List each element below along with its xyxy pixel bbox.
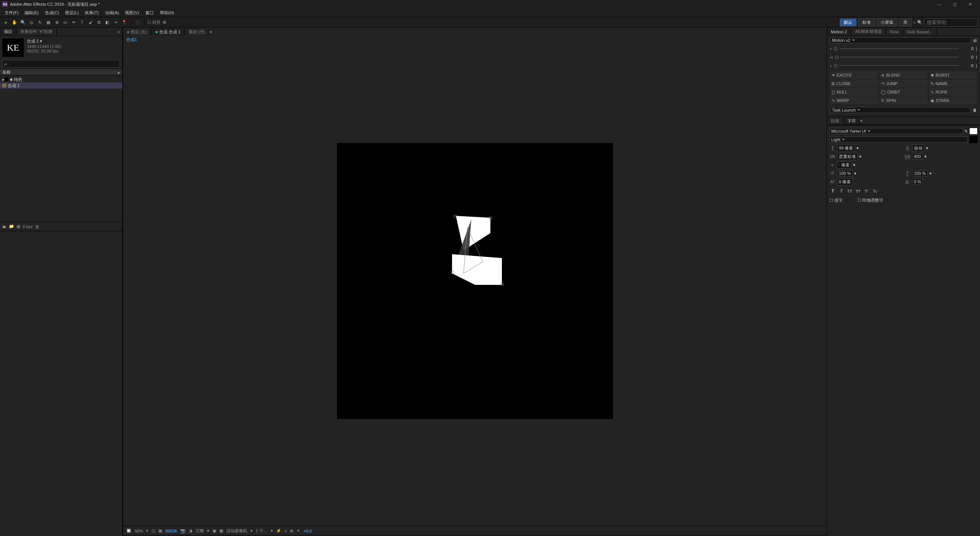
camera-dropdown[interactable]: 活动摄像机 — [226, 528, 247, 534]
menu-anim[interactable]: 动画(A) — [102, 9, 122, 16]
motion-radio-2[interactable] — [835, 56, 839, 59]
menu-edit[interactable]: 编辑(E) — [21, 9, 42, 16]
menu-help[interactable]: 帮助(H) — [157, 9, 177, 16]
subscript-button[interactable]: T₁ — [871, 187, 878, 194]
new-folder-icon[interactable]: 📁 — [9, 224, 14, 229]
motion-slider-3[interactable] — [840, 65, 959, 66]
close-button[interactable]: ✕ — [962, 0, 978, 8]
motion-radio-3[interactable] — [834, 64, 837, 67]
menu-layer[interactable]: 图层(L) — [62, 9, 82, 16]
selection-tool-icon[interactable]: ▸ — [2, 18, 10, 26]
hindi-digits-checkbox[interactable]: ☐ 印地语数字 — [857, 197, 883, 203]
menu-file[interactable]: 文件(F) — [2, 9, 21, 16]
tab-duik[interactable]: Duik Bassel... — [903, 29, 937, 35]
snap-checkbox[interactable]: ☐ 对齐 — [147, 20, 161, 25]
timeline-icon[interactable]: ≡ — [284, 529, 287, 533]
eraser-tool-icon[interactable]: ◧ — [104, 18, 111, 26]
anchor-tool-icon[interactable]: ⊕ — [53, 18, 61, 26]
eyedropper-icon[interactable]: ✎ — [964, 129, 968, 134]
flowchart-icon[interactable]: ⊞ — [290, 528, 293, 533]
tab-project[interactable]: 项目 — [0, 28, 16, 35]
motion-stare[interactable]: ◉ STARE — [929, 97, 977, 104]
motion-rope[interactable]: ∿ ROPE — [929, 88, 977, 96]
roi-icon[interactable]: ▣ — [212, 528, 216, 533]
font-family-dropdown[interactable]: Microsoft YaHei UI — [829, 128, 963, 134]
motion-orbit[interactable]: ◯ ORBIT — [880, 88, 927, 96]
vscale[interactable]: 100 % — [837, 170, 853, 176]
zoom-dropdown[interactable]: 50% — [135, 529, 143, 533]
zoom-tool-icon[interactable]: 🔍 — [19, 18, 27, 26]
motion-jump[interactable]: ↷ JUMP — [880, 80, 927, 87]
tab-effect-controls[interactable]: 效果控件 "K"轮廓 — [16, 28, 57, 35]
views-dropdown[interactable]: 1 个… — [256, 528, 268, 534]
motion-warp[interactable]: ∿ WARP — [830, 97, 878, 104]
trash-icon[interactable]: 🗑 — [973, 108, 977, 112]
grid-icon[interactable]: ▦ — [158, 528, 162, 533]
tab-layer-none[interactable]: ■ 图层 (无) — [123, 28, 151, 36]
tab-motion2[interactable]: Motion 2 — [827, 29, 851, 35]
snap-menu-icon[interactable]: ⚙ — [161, 18, 168, 26]
hscale[interactable]: 100 % — [912, 170, 928, 176]
brush-tool-icon[interactable]: 🖌 — [87, 18, 94, 26]
workspace-lib[interactable]: 库 — [899, 18, 912, 26]
roto-tool-icon[interactable]: ✂ — [112, 18, 120, 26]
channel-icon[interactable]: ◑ — [189, 528, 192, 533]
font-weight-dropdown[interactable]: Light — [829, 136, 968, 143]
tsume[interactable]: 0 % — [912, 179, 923, 185]
panel-menu-icon[interactable]: ≡ — [209, 30, 212, 34]
smallcaps-button[interactable]: Tᴛ — [855, 187, 862, 194]
baseline[interactable]: 0 像素 — [837, 178, 853, 186]
motion-radio-1[interactable] — [834, 47, 837, 51]
workspace-standard[interactable]: 标准 — [858, 18, 875, 26]
reset-exposure-icon[interactable]: ☀ — [296, 528, 300, 533]
allcaps-button[interactable]: TT — [846, 187, 853, 194]
rotate-tool-icon[interactable]: ↻ — [36, 18, 44, 26]
interpret-icon[interactable]: 🖿 — [2, 224, 7, 229]
shape-tool-icon[interactable]: ▭ — [61, 18, 69, 26]
stroke-swatch[interactable] — [969, 136, 978, 143]
puppet-tool-icon[interactable]: 📍 — [120, 18, 128, 26]
orbit-tool-icon[interactable]: ◎ — [28, 18, 35, 26]
new-comp-icon[interactable]: ▦ — [16, 224, 20, 229]
magnify-icon[interactable]: 🔲 — [126, 528, 132, 533]
hand-tool-icon[interactable]: ✋ — [11, 18, 18, 26]
menu-comp[interactable]: 合成(C) — [42, 9, 62, 16]
italic-button[interactable]: T — [838, 187, 845, 194]
panel-menu-icon[interactable]: ≡ — [115, 30, 122, 34]
motion-excite[interactable]: ✦ EXCITE — [830, 71, 878, 79]
project-item-solids[interactable]: ▸ ■ 纯色 — [0, 76, 122, 82]
alpha-icon[interactable]: ◫ — [151, 528, 155, 533]
kerning[interactable]: 度量标准 — [837, 153, 858, 160]
camera-tool-icon[interactable]: ▦ — [44, 18, 52, 26]
motion-null[interactable]: ◻ NULL — [830, 88, 878, 96]
comp-thumbnail[interactable]: KE — [2, 38, 24, 57]
canvas[interactable] — [337, 143, 613, 419]
local-axis-icon[interactable]: ⬚ — [134, 18, 141, 26]
tracking[interactable]: 400 — [912, 153, 923, 159]
menu-view[interactable]: 视图(V) — [122, 9, 142, 16]
fast-preview-icon[interactable]: ⚡ — [276, 528, 281, 533]
motion-slider-1[interactable] — [840, 48, 959, 49]
motion-burst[interactable]: ✹ BURST — [929, 71, 977, 79]
superscript-button[interactable]: T¹ — [863, 187, 870, 194]
workspace-default[interactable]: 默认 — [840, 18, 857, 26]
search-help-input[interactable] — [924, 18, 978, 26]
tab-script-mgr[interactable]: AE脚本管理器 — [851, 28, 886, 35]
ligatures-checkbox[interactable]: ☐ 连字 — [829, 197, 843, 203]
project-item-comp1[interactable]: 合成 1 — [0, 82, 122, 89]
tab-paragraph[interactable]: 段落 — [827, 117, 844, 125]
bold-button[interactable]: T — [829, 187, 836, 194]
font-size[interactable]: 99 像素 — [837, 145, 855, 152]
trash-icon[interactable]: 🗑 — [35, 224, 39, 229]
col-name[interactable]: 名称 — [2, 69, 118, 75]
motion-name[interactable]: ✎ NAME — [929, 80, 977, 87]
stroke-width[interactable]: · 像素 — [837, 161, 852, 169]
fill-swatch[interactable] — [969, 128, 978, 135]
motion-clone[interactable]: ⧉ CLONE — [830, 80, 878, 87]
task-launch-dropdown[interactable]: Task Launch — [830, 107, 970, 113]
minimize-button[interactable]: — — [932, 0, 947, 8]
tab-comp[interactable]: ■ 合成 合成 1 — [151, 28, 185, 36]
motion-spin[interactable]: ↻ SPIN — [880, 97, 927, 104]
tab-flow[interactable]: Flow — [886, 29, 903, 35]
clone-tool-icon[interactable]: ⧉ — [95, 18, 103, 26]
